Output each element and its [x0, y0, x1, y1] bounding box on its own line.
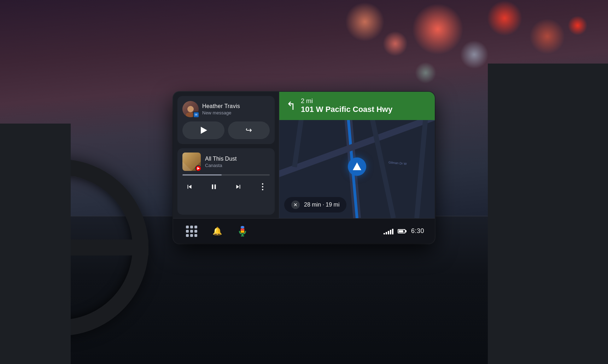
play-message-button[interactable]: [182, 121, 224, 139]
message-subtitle: New message: [202, 110, 270, 115]
message-card: ✉ Heather Travis New message ↩: [177, 96, 275, 144]
microphone-button[interactable]: [235, 223, 250, 239]
message-text: Heather Travis New message: [202, 103, 270, 115]
song-title: All This Dust: [205, 156, 270, 162]
album-art: [182, 153, 201, 171]
youtube-play-icon: [197, 167, 200, 170]
nav-street-name: 101 W Pacific Coast Hwy: [301, 105, 392, 114]
left-panel: ✉ Heather Travis New message ↩: [173, 92, 279, 218]
bottom-navigation: 🔔: [184, 223, 384, 239]
notifications-button[interactable]: 🔔: [209, 223, 225, 239]
signal-strength-icon: [384, 228, 393, 234]
android-auto-screen: ✉ Heather Travis New message ↩: [173, 92, 435, 244]
message-actions: ↩: [182, 121, 270, 139]
sender-name: Heather Travis: [202, 103, 270, 109]
speaker-grille-left: [0, 124, 71, 364]
bell-icon: 🔔: [212, 227, 222, 236]
skip-forward-icon: [234, 183, 242, 191]
skip-back-icon: [186, 183, 193, 191]
more-options-button[interactable]: [256, 180, 270, 194]
grid-icon: [186, 226, 197, 237]
music-controls: [182, 180, 270, 194]
apps-button[interactable]: [184, 223, 199, 239]
clock-display: 6:30: [411, 227, 424, 235]
more-icon: [262, 183, 263, 190]
message-badge: ✉: [193, 112, 199, 118]
location-indicator: [348, 157, 366, 176]
message-app-icon: ✉: [195, 113, 198, 117]
avatar-container: ✉: [182, 101, 199, 117]
skip-forward-button[interactable]: [231, 180, 245, 194]
avatar-head: [187, 106, 194, 112]
reply-message-button[interactable]: ↩: [228, 121, 270, 139]
status-bar-right: 6:30: [384, 227, 424, 235]
svg-rect-2: [241, 231, 245, 233]
play-icon: [201, 127, 207, 134]
navigation-distance-info: 2 mi 101 W Pacific Coast Hwy: [301, 97, 392, 114]
pause-icon: [210, 183, 218, 191]
music-card: All This Dust Canasta: [177, 148, 275, 215]
song-artist: Canasta: [205, 163, 270, 168]
music-progress-bar[interactable]: [182, 174, 270, 175]
location-circle: [348, 157, 366, 176]
music-header: All This Dust Canasta: [182, 153, 270, 171]
svg-rect-0: [241, 226, 245, 228]
google-mic-icon: [238, 226, 247, 237]
svg-rect-1: [241, 228, 245, 231]
navigation-arrow: [353, 162, 361, 170]
battery-fill: [399, 230, 404, 232]
screen-content: ✉ Heather Travis New message ↩: [173, 92, 435, 218]
skip-back-button[interactable]: [182, 180, 197, 194]
message-header: ✉ Heather Travis New message: [182, 101, 270, 117]
progress-fill: [182, 174, 222, 175]
bottom-bar: 🔔: [173, 218, 435, 244]
speaker-grille-right: [488, 64, 608, 364]
eta-card: ✕ 28 min · 19 mi: [284, 197, 346, 213]
battery-icon: [398, 229, 405, 233]
pause-button[interactable]: [207, 180, 221, 194]
mic-icon: [238, 226, 247, 237]
map-panel[interactable]: Gilman Dr W ↰ 2 mi 101 W Pacific Coast H…: [279, 92, 435, 218]
navigation-header: ↰ 2 mi 101 W Pacific Coast Hwy: [279, 92, 435, 120]
nav-distance-text: 2 mi: [301, 97, 392, 105]
eta-close-button[interactable]: ✕: [291, 201, 300, 209]
youtube-badge: [195, 165, 201, 172]
music-info: All This Dust Canasta: [205, 156, 270, 168]
turn-arrow-icon: ↰: [286, 99, 296, 113]
reply-icon: ↩: [246, 126, 252, 135]
eta-info: 28 min · 19 mi: [304, 202, 339, 208]
